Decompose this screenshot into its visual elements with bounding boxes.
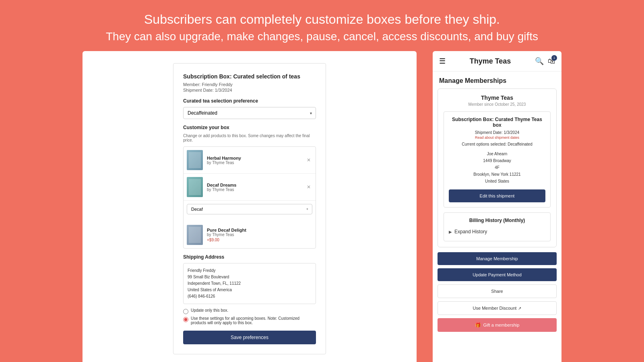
shipment-date: Shipment Date: 1/3/2024: [183, 88, 316, 93]
edit-shipment-button[interactable]: Edit this shipment: [449, 189, 545, 202]
chevron-right-icon: ▶: [449, 230, 452, 234]
sub-box-title: Subscription Box: Curated Thyme Teas box: [449, 117, 545, 128]
header-icons: 🔍 🛍 1: [535, 57, 555, 66]
customize-label: Customize your box: [183, 125, 316, 130]
header-line1: Subscribers can completely customize box…: [24, 12, 620, 27]
mobile-header: ☰ Thyme Teas 🔍 🛍 1: [433, 51, 561, 72]
use-discount-button[interactable]: Use Member Discount ↗: [438, 301, 557, 315]
search-icon[interactable]: 🔍: [535, 57, 544, 66]
gift-label: Gift a membership: [483, 323, 520, 327]
product-image: [187, 177, 203, 197]
share-button[interactable]: Share: [438, 284, 557, 298]
cart-button[interactable]: 🛍 1: [548, 57, 555, 66]
radio-all-boxes[interactable]: [183, 317, 188, 322]
radio-this-box[interactable]: [183, 309, 188, 314]
member-label: Member: Friendly Freddy: [183, 82, 316, 87]
address-line2: 4F: [449, 164, 545, 171]
header-line2: They can also upgrade, make changes, pau…: [24, 30, 620, 43]
radio-item: Update only this box.: [183, 308, 316, 314]
billing-title: Billing History (Monthly): [449, 218, 545, 223]
product-item: Pure Decaf Delight by Thyme Teas +$9.00: [184, 222, 316, 248]
sub-shipment-date: Shipment Date: 1/3/2024: [449, 130, 545, 135]
external-link-icon: ↗: [518, 306, 521, 311]
tea-pref-label: Curated tea selection preference: [183, 98, 316, 104]
decaf-select[interactable]: Decaf: [187, 204, 312, 214]
product-brand: by Thyme Teas: [207, 160, 305, 165]
current-options: Current options selected: Decaffeinated: [449, 142, 545, 146]
customize-hint: Change or add products to this box. Some…: [183, 134, 316, 142]
form-title: Subscription Box: Curated selection of t…: [183, 73, 316, 80]
tea-pref-select[interactable]: Decaffeinated Caffeinated: [183, 107, 316, 119]
product-item: Decaf Dreams by Thyme Teas ✕: [184, 174, 316, 201]
product-info: Herbal Harmony by Thyme Teas: [207, 156, 305, 165]
panels-container: Subscription Box: Curated selection of t…: [0, 51, 644, 362]
product-name: Decaf Dreams: [207, 183, 305, 187]
remove-button[interactable]: ✕: [305, 157, 312, 163]
radio-item: Use these settings for all upcoming boxe…: [183, 316, 316, 325]
membership-card: Thyme Teas Member since October 25, 2023…: [438, 88, 557, 247]
tea-pref-select-wrapper[interactable]: Decaffeinated Caffeinated ▾: [183, 107, 316, 119]
cart-badge: 1: [551, 55, 557, 61]
product-list: Herbal Harmony by Thyme Teas ✕ Decaf Dre…: [183, 146, 316, 249]
save-preferences-button[interactable]: Save preferences: [183, 331, 316, 344]
expand-history-label: Expand History: [454, 229, 487, 234]
address-name: Joe Ahearn: [449, 150, 545, 157]
product-price: +$9.00: [207, 238, 312, 242]
update-payment-button[interactable]: Update Payment Method: [438, 268, 557, 281]
product-name: Pure Decaf Delight: [207, 228, 312, 232]
address-country: United States: [449, 178, 545, 185]
header-section: Subscribers can completely customize box…: [0, 0, 644, 51]
product-brand: by Thyme Teas: [207, 187, 305, 192]
expand-history-button[interactable]: ▶ Expand History: [449, 227, 545, 236]
product-item: Herbal Harmony by Thyme Teas ✕: [184, 147, 316, 174]
address-info: Joe Ahearn 1449 Broadway 4F Brooklyn, Ne…: [449, 150, 545, 185]
remove-button[interactable]: ✕: [305, 184, 312, 190]
store-name: Thyme Teas: [444, 95, 551, 101]
subscription-form: Subscription Box: Curated selection of t…: [173, 63, 326, 354]
action-buttons: Manage Membership Update Payment Method …: [433, 252, 561, 332]
decaf-select-wrapper[interactable]: Decaf +: [187, 204, 312, 214]
right-panel: ☰ Thyme Teas 🔍 🛍 1 Manage Memberships Th…: [433, 51, 561, 362]
address-box: Friendly Freddy 99 Small Biz Boulevard I…: [183, 263, 316, 304]
use-discount-label: Use Member Discount: [473, 306, 517, 311]
manage-memberships-title: Manage Memberships: [433, 72, 561, 88]
address-line3: Brooklyn, New York 11221: [449, 171, 545, 178]
app-title: Thyme Teas: [470, 57, 511, 66]
product-info: Decaf Dreams by Thyme Teas: [207, 183, 305, 192]
radio-group: Update only this box. Use these settings…: [183, 308, 316, 325]
subscription-box-card: Subscription Box: Curated Thyme Teas box…: [444, 111, 551, 208]
read-dates-link[interactable]: Read about shipment dates: [449, 136, 545, 140]
shipping-label: Shipping Address: [183, 254, 316, 260]
left-panel: Subscription Box: Curated selection of t…: [83, 51, 417, 362]
gift-icon: 🎁: [475, 322, 481, 328]
product-info: Pure Decaf Delight by Thyme Teas +$9.00: [207, 228, 312, 242]
member-since: Member since October 25, 2023: [444, 102, 551, 107]
decaf-select-container: Decaf +: [184, 201, 316, 222]
manage-membership-button[interactable]: Manage Membership: [438, 252, 557, 265]
hamburger-icon[interactable]: ☰: [439, 57, 446, 66]
address-line1: 1449 Broadway: [449, 157, 545, 164]
product-brand: by Thyme Teas: [207, 232, 312, 237]
radio-label-2: Use these settings for all upcoming boxe…: [191, 316, 316, 325]
product-name: Herbal Harmony: [207, 156, 305, 160]
product-image: [187, 150, 203, 170]
gift-membership-button[interactable]: 🎁 Gift a membership: [438, 318, 557, 332]
product-image: [187, 225, 203, 245]
radio-label-1: Update only this box.: [191, 308, 228, 313]
billing-card: Billing History (Monthly) ▶ Expand Histo…: [444, 212, 551, 241]
